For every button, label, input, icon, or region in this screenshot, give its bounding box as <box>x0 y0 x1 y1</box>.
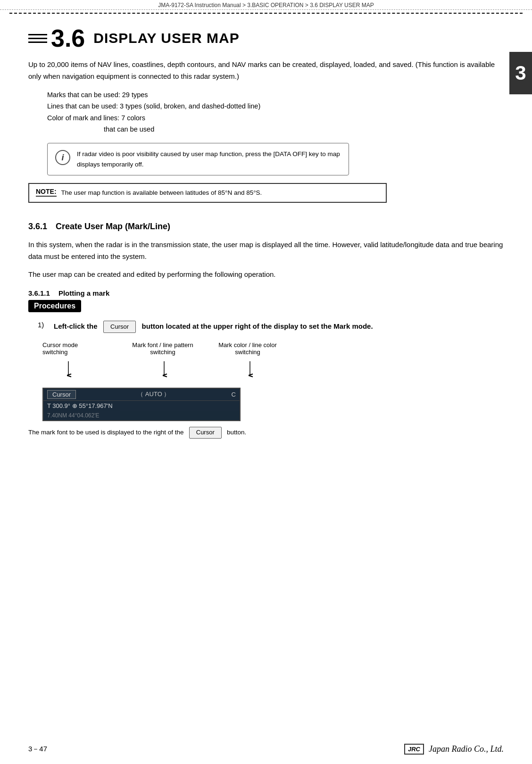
chapter-tab: 3 <box>509 52 532 94</box>
info-text: If radar video is poor visibility caused… <box>77 149 341 169</box>
section-num-lines <box>28 34 47 43</box>
procedure-step-1: 1) Left-click the Cursor button located … <box>38 321 504 333</box>
deco-dash <box>0 10 532 17</box>
footer-logo-area: JRC Japan Radio Co., Ltd. <box>404 744 504 755</box>
subsection-361-row: 3.6.1 Create User Map (Mark/Line) <box>28 211 504 235</box>
feature-colors: Color of mark and lines: 7 colors <box>47 112 504 124</box>
diagram-area: Cursor mode switching Mark font / line p… <box>42 341 504 421</box>
company-name: Japan Radio Co., Ltd. <box>429 744 504 754</box>
footer: 3－47 JRC Japan Radio Co., Ltd. <box>0 744 532 755</box>
section-number: 3.6 <box>51 26 85 50</box>
body-361-2: The user map can be created and edited b… <box>28 269 504 281</box>
radar-auto-label: （ AUTO ） <box>133 390 174 399</box>
subsection-361-title: Create User Map (Mark/Line) <box>56 222 170 232</box>
section-title: DISPLAY USER MAP <box>93 30 239 46</box>
cursor-button-inline[interactable]: Cursor <box>103 321 136 332</box>
diagram-labels: Cursor mode switching Mark font / line p… <box>42 341 278 384</box>
intro-paragraph: Up to 20,000 items of NAV lines, coastli… <box>28 59 504 83</box>
radar-row3: 7.40NM 44°04.062'E <box>43 411 240 420</box>
label-mark-color: Mark color / line colorswitching <box>217 341 278 356</box>
step-1-num: 1) <box>38 321 49 329</box>
info-box: i If radar video is poor visibility caus… <box>47 143 349 175</box>
footer-page: 3－47 <box>28 745 47 754</box>
subsubsection-3611-title: Plotting a mark <box>58 289 109 297</box>
cursor-button-caption[interactable]: Cursor <box>189 427 222 439</box>
subsubsection-3611-row: 3.6.1.1 Plotting a mark <box>28 289 504 297</box>
label-cursor-mode: Cursor mode switching <box>42 341 99 356</box>
section-header: 3.6 DISPLAY USER MAP <box>28 26 504 50</box>
step-1-content: Left-click the Cursor button located at … <box>54 321 504 333</box>
note-box: NOTE: The user map function is available… <box>28 183 387 203</box>
label-mark-font: Mark font / line patternswitching <box>132 341 193 356</box>
feature-marks: Marks that can be used: 29 types <box>47 89 504 101</box>
diagram-caption: The mark font to be used is displayed to… <box>28 427 504 439</box>
note-label: NOTE: <box>36 188 57 197</box>
subsubsection-3611-num: 3.6.1.1 <box>28 289 50 297</box>
body-361-1: In this system, when the radar is in the… <box>28 239 504 263</box>
feature-lines: Lines that can be used: 3 types (solid, … <box>47 100 504 112</box>
info-icon: i <box>55 150 70 165</box>
diagram-wrapper: Cursor mode switching Mark font / line p… <box>42 341 504 421</box>
radar-c-label: C <box>232 391 236 398</box>
jrc-logo: JRC <box>404 744 424 755</box>
subsection-361-num: 3.6.1 <box>28 222 47 232</box>
radar-row2: T 300.9° ⊕ 55°17.967'N <box>43 401 240 411</box>
breadcrumb: JMA-9172-SA Instruction Manual > 3.BASIC… <box>0 0 532 10</box>
note-text: The user map function is available betwe… <box>61 188 262 198</box>
procedures-badge: Procedures <box>28 300 81 312</box>
feature-colors-indent: that can be used <box>47 124 504 135</box>
radar-cursor-btn: Cursor <box>47 390 76 399</box>
feature-list: Marks that can be used: 29 types Lines t… <box>47 89 504 136</box>
radar-display: Cursor （ AUTO ） C T 300.9° ⊕ 55°17.967'N… <box>42 388 241 421</box>
radar-row1: Cursor （ AUTO ） C <box>43 389 240 401</box>
